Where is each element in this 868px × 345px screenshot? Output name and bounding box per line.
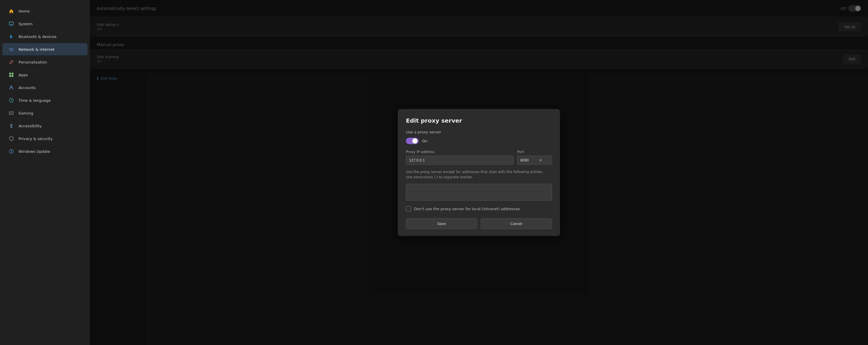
svg-rect-0 <box>9 22 13 25</box>
sidebar-label-system: System <box>19 22 32 26</box>
sidebar-label-windows-update: Windows Update <box>19 149 50 154</box>
sidebar-label-privacy: Privacy & security <box>19 137 53 141</box>
home-icon <box>8 8 14 14</box>
dialog-overlay: Edit proxy server Use a proxy server On … <box>90 0 868 345</box>
use-proxy-section-label: Use a proxy server <box>406 130 552 134</box>
bluetooth-icon <box>8 33 14 40</box>
exceptions-textarea[interactable] <box>406 184 552 201</box>
port-group: Port ✕ <box>517 150 552 165</box>
sidebar-label-personalization: Personalization <box>19 60 47 64</box>
save-button[interactable]: Save <box>406 218 477 229</box>
hint-line1: Use the proxy server except for addresse… <box>406 170 543 174</box>
dialog-proxy-toggle[interactable] <box>406 138 418 144</box>
checkbox-label: Don't use the proxy server for local (in… <box>414 207 520 211</box>
gaming-icon <box>8 110 14 116</box>
sidebar-label-bluetooth: Bluetooth & devices <box>19 34 57 39</box>
checkbox-row: Don't use the proxy server for local (in… <box>406 206 552 211</box>
svg-point-6 <box>10 86 12 88</box>
sidebar-label-apps: Apps <box>19 73 28 77</box>
privacy-icon <box>8 135 14 142</box>
port-input-wrap: ✕ <box>517 156 552 165</box>
sidebar-label-accounts: Accounts <box>19 86 36 90</box>
sidebar-label-gaming: Gaming <box>19 111 33 115</box>
proxy-ip-group: Proxy IP address <box>406 150 514 165</box>
sidebar-item-bluetooth[interactable]: Bluetooth & devices <box>2 30 88 42</box>
dialog-toggle-row: On <box>406 138 552 144</box>
dialog-hint: Use the proxy server except for addresse… <box>406 169 552 180</box>
proxy-ip-input[interactable] <box>406 156 514 165</box>
sidebar-item-system[interactable]: System <box>2 18 88 30</box>
svg-point-1 <box>11 51 11 52</box>
main-area: Automatically detect settings Off Use se… <box>90 0 868 345</box>
sidebar-item-apps[interactable]: Apps <box>2 69 88 81</box>
local-intranet-checkbox[interactable] <box>406 206 411 211</box>
dialog-toggle-thumb <box>412 138 417 144</box>
time-icon <box>8 97 14 104</box>
sidebar-item-network[interactable]: Network & internet <box>2 43 88 55</box>
svg-rect-4 <box>9 75 11 77</box>
sidebar-label-time: Time & language <box>19 98 51 103</box>
port-input[interactable] <box>520 156 538 164</box>
apps-icon <box>8 71 14 78</box>
sidebar-label-accessibility: Accessibility <box>19 124 42 128</box>
dialog-toggle-label: On <box>422 139 427 143</box>
system-icon <box>8 21 14 27</box>
accessibility-icon <box>8 123 14 129</box>
proxy-fields: Proxy IP address Port ✕ <box>406 150 552 165</box>
sidebar-item-accessibility[interactable]: Accessibility <box>2 120 88 132</box>
sidebar-item-accounts[interactable]: Accounts <box>2 82 88 94</box>
cancel-button[interactable]: Cancel <box>480 218 552 229</box>
dialog-actions: Save Cancel <box>406 218 552 229</box>
network-icon <box>8 46 14 53</box>
svg-rect-5 <box>11 75 13 77</box>
sidebar-item-privacy[interactable]: Privacy & security <box>2 133 88 145</box>
proxy-ip-label: Proxy IP address <box>406 150 514 154</box>
accounts-icon <box>8 84 14 91</box>
sidebar-item-time[interactable]: Time & language <box>2 94 88 106</box>
sidebar-item-windows-update[interactable]: Windows Update <box>2 145 88 157</box>
svg-point-9 <box>11 124 12 125</box>
windows-update-icon <box>8 148 14 154</box>
personalization-icon <box>8 59 14 65</box>
svg-rect-8 <box>9 112 13 115</box>
sidebar-item-gaming[interactable]: Gaming <box>2 107 88 119</box>
hint-line2: Use semicolons (;) to separate entries. <box>406 175 473 179</box>
sidebar-label-network: Network & internet <box>19 47 55 52</box>
sidebar-label-home: Home <box>19 9 30 13</box>
port-label: Port <box>517 150 552 154</box>
svg-rect-3 <box>11 73 13 75</box>
svg-rect-2 <box>9 73 11 75</box>
sidebar-item-personalization[interactable]: Personalization <box>2 56 88 68</box>
dialog-title: Edit proxy server <box>406 117 552 124</box>
sidebar-item-home[interactable]: Home <box>2 5 88 17</box>
port-clear-button[interactable]: ✕ <box>538 158 544 163</box>
sidebar: Home System Bluetooth & devices Network … <box>0 0 90 345</box>
edit-proxy-dialog: Edit proxy server Use a proxy server On … <box>398 109 560 236</box>
